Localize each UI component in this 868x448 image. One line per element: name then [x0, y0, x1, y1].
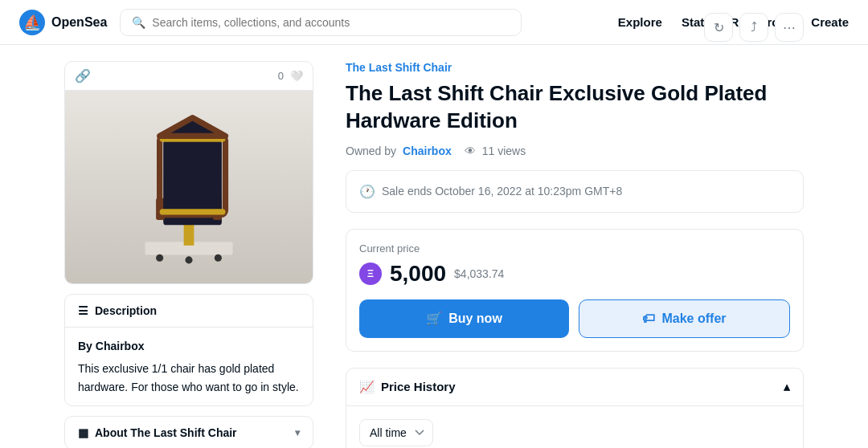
svg-rect-8 — [163, 140, 222, 213]
description-header-left: ☰ Description — [78, 304, 157, 317]
price-row: Ξ 5,000 $4,033.74 — [359, 261, 790, 287]
buy-now-button[interactable]: 🛒 Buy now — [359, 299, 569, 338]
svg-point-2 — [185, 256, 192, 263]
collection-link[interactable]: The Last Shift Chair — [346, 61, 452, 74]
author-line: By Chairbox — [78, 337, 300, 355]
right-column: The Last Shift Chair ↻ ⤴ ⋯ The Last Shif… — [346, 45, 804, 448]
share-button[interactable]: ⤴ — [739, 13, 768, 42]
price-history-section: 📈 Price History ▴ All time — [346, 368, 804, 448]
image-top-bar: 🔗 0 🤍 — [65, 62, 313, 91]
search-bar[interactable]: 🔍 — [120, 9, 522, 36]
owned-by-label: Owned by — [346, 145, 396, 157]
nav-explore[interactable]: Explore — [618, 15, 662, 29]
tag-icon: 🏷 — [642, 312, 655, 326]
buy-now-label: Buy now — [448, 312, 502, 326]
price-history-header[interactable]: 📈 Price History ▴ — [346, 369, 803, 405]
ownership-info: Owned by Chairbox 👁 11 views — [346, 145, 804, 157]
price-usd: $4,033.74 — [454, 267, 504, 280]
description-header[interactable]: ☰ Description — [65, 295, 313, 327]
time-filter-select[interactable]: All time — [359, 419, 433, 446]
link-icon: 🔗 — [75, 68, 91, 83]
about-header-left: ▦ About The Last Shift Chair — [78, 426, 237, 439]
make-offer-button[interactable]: 🏷 Make offer — [579, 299, 790, 338]
owner-link[interactable]: Chairbox — [403, 145, 452, 157]
description-label: Description — [95, 304, 157, 317]
make-offer-label: Make offer — [661, 312, 726, 326]
sale-ends-text: Sale ends October 16, 2022 at 10:23pm GM… — [382, 185, 622, 198]
chair-illustration — [117, 107, 261, 267]
svg-point-3 — [215, 255, 222, 262]
opensea-logo-icon: ⛵ — [19, 10, 45, 35]
price-history-chevron-icon: ▴ — [784, 380, 790, 394]
about-label: About The Last Shift Chair — [95, 426, 237, 439]
about-chevron-icon: ▾ — [295, 427, 300, 438]
favorite-count: 0 — [278, 70, 284, 82]
clock-icon: 🕐 — [359, 184, 375, 199]
eth-icon: Ξ — [359, 263, 382, 285]
left-column: 🔗 0 🤍 — [64, 45, 313, 448]
more-button[interactable]: ⋯ — [775, 13, 804, 42]
description-section: ☰ Description By Chairbox This exclusive… — [64, 294, 313, 406]
cart-icon: 🛒 — [426, 311, 442, 326]
svg-point-1 — [156, 255, 163, 262]
nft-image-card: 🔗 0 🤍 — [64, 61, 313, 284]
logo-link[interactable]: ⛵ OpenSea — [19, 10, 107, 35]
logo-text: OpenSea — [51, 15, 107, 30]
list-icon: ☰ — [78, 304, 88, 317]
heart-icon[interactable]: 🤍 — [290, 70, 303, 82]
search-input[interactable] — [152, 16, 510, 29]
price-label: Current price — [359, 242, 790, 255]
price-history-title-row: 📈 Price History — [359, 380, 456, 394]
search-icon: 🔍 — [132, 16, 145, 29]
main-content: 🔗 0 🤍 — [0, 45, 868, 448]
description-content: By Chairbox This exclusive 1/1 chair has… — [65, 327, 313, 405]
nav-create[interactable]: Create — [811, 15, 849, 29]
price-section: Current price Ξ 5,000 $4,033.74 🛒 Buy no… — [346, 229, 804, 352]
about-icon: ▦ — [78, 426, 88, 439]
about-section: ▦ About The Last Shift Chair ▾ — [64, 416, 313, 448]
price-history-title: Price History — [381, 380, 456, 393]
price-history-body: All time — [346, 405, 803, 448]
about-header[interactable]: ▦ About The Last Shift Chair ▾ — [65, 417, 313, 448]
action-icons: ↻ ⤴ ⋯ — [704, 13, 804, 42]
image-actions: 0 🤍 — [278, 70, 303, 82]
svg-rect-11 — [160, 209, 226, 214]
trending-icon: 📈 — [359, 380, 375, 394]
nft-title: The Last Shift Chair Exclusive Gold Plat… — [346, 80, 804, 135]
price-eth: 5,000 — [390, 261, 446, 287]
refresh-button[interactable]: ↻ — [704, 13, 733, 42]
nft-image — [65, 91, 313, 283]
sale-ends-box: 🕐 Sale ends October 16, 2022 at 10:23pm … — [346, 170, 804, 213]
action-buttons: 🛒 Buy now 🏷 Make offer — [359, 299, 790, 338]
view-count: 11 views — [482, 145, 526, 157]
description-body: This exclusive 1/1 chair has gold plated… — [78, 360, 300, 396]
eye-icon: 👁 — [465, 145, 476, 157]
